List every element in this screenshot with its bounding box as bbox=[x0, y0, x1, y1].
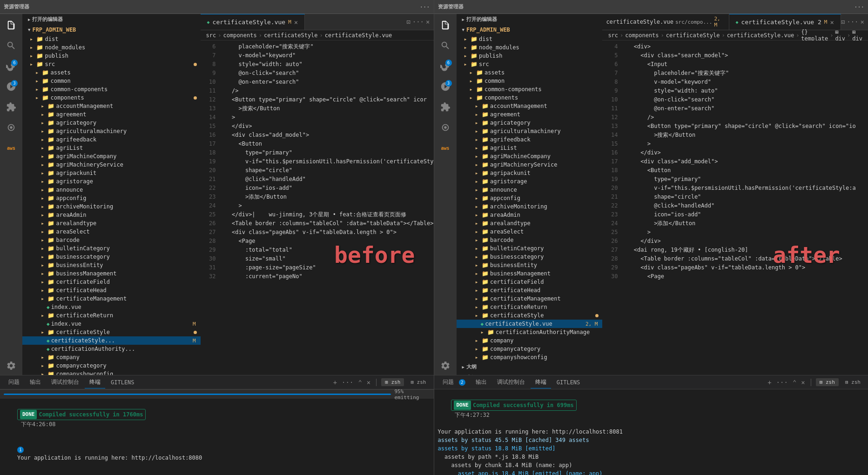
left-terminal-content[interactable]: DONE Compiled successfully in 1760ms 下午4… bbox=[0, 399, 434, 475]
tree-item[interactable]: ▸ 📁agriMachineCompany bbox=[22, 152, 201, 161]
left-tab-close[interactable]: × bbox=[294, 19, 298, 26]
tree-item[interactable]: ▸ 📁accountManagement bbox=[457, 102, 603, 110]
tree-item[interactable]: ▸ 📁publish bbox=[22, 52, 201, 60]
right-code-editor[interactable]: 4567891011121314151617181920212223242526… bbox=[602, 40, 868, 375]
tree-item[interactable]: ▸ 📁agriMachineCompany bbox=[457, 152, 603, 161]
extensions-icon[interactable] bbox=[2, 98, 20, 116]
right-tab-gitlens[interactable]: GITLENS bbox=[552, 377, 585, 388]
right-panel-add[interactable]: + bbox=[767, 378, 772, 387]
right-opened-editors[interactable]: ▶ 打开的编辑器 bbox=[457, 14, 603, 25]
files-icon[interactable] bbox=[2, 16, 20, 34]
left-tab-debug-console[interactable]: 调试控制台 bbox=[47, 376, 84, 388]
tree-item[interactable]: ▸ 📁certificateHead bbox=[457, 286, 603, 294]
tree-item[interactable]: ▸ 📁dist bbox=[22, 35, 201, 43]
right-tab-problems[interactable]: 问题 2 bbox=[438, 376, 470, 388]
right-search-icon[interactable] bbox=[436, 36, 455, 55]
tree-item[interactable]: ▸ 📁areaAdmin bbox=[22, 211, 201, 219]
tree-item[interactable]: ▸ 📁areaAdmin bbox=[457, 211, 603, 219]
right-tab-debug-console[interactable]: 调试控制台 bbox=[492, 376, 530, 388]
tree-item[interactable]: ▸ 📁arealandtype bbox=[22, 219, 201, 227]
tree-item[interactable]: ▸ 📁agriList bbox=[22, 144, 201, 152]
search-icon[interactable] bbox=[2, 36, 20, 55]
right-aws-icon[interactable]: aws bbox=[436, 139, 455, 157]
tree-item[interactable]: ▸ 📁agripackunit bbox=[457, 169, 603, 177]
settings-icon[interactable] bbox=[2, 356, 20, 375]
tree-item[interactable]: ▸ 📁company bbox=[22, 353, 201, 361]
tree-item[interactable]: ▸ 📁businessEntity bbox=[22, 261, 201, 269]
tree-item[interactable]: ▸ 📁common bbox=[22, 77, 201, 85]
tree-item[interactable]: ◆index.vueM bbox=[22, 320, 201, 328]
tree-item[interactable]: ▸ 📁agrifeedback bbox=[457, 135, 603, 144]
tree-item[interactable]: ▸ 📁accountManagement bbox=[22, 102, 201, 110]
tree-item[interactable]: ▸ 📁agreement bbox=[22, 110, 201, 119]
left-editor-toolbar-more[interactable]: ··· bbox=[412, 18, 424, 26]
right-debug-icon[interactable]: 3 bbox=[436, 77, 455, 96]
left-editor-toolbar-split[interactable]: ⊡ bbox=[406, 18, 410, 26]
left-tab-problems[interactable]: 问题 bbox=[4, 376, 24, 388]
tree-item[interactable]: ▸ 📁announce bbox=[22, 186, 201, 194]
tree-item[interactable]: ▸ 📁certificateField bbox=[457, 278, 603, 286]
tree-item[interactable]: ▸ 📁certificateReturn bbox=[457, 303, 603, 311]
tree-item[interactable]: ▸ 📁assets bbox=[457, 68, 603, 77]
right-panel-close[interactable]: × bbox=[800, 378, 806, 387]
tree-item[interactable]: ▸ 📁agristorage bbox=[22, 177, 201, 186]
tree-item[interactable]: ▸ 📁src bbox=[22, 60, 201, 68]
tree-item[interactable]: ▸ 📁barcode bbox=[22, 236, 201, 244]
tree-item[interactable]: ▸ 📁agriculturalmachinery bbox=[457, 127, 603, 135]
right-editor-more[interactable]: ··· bbox=[847, 18, 858, 26]
project-section[interactable]: ▼ FRP_ADMIN_WEB bbox=[22, 25, 201, 35]
left-panel-close[interactable]: × bbox=[366, 378, 371, 387]
left-toolbar-ellipsis[interactable]: ··· bbox=[420, 4, 430, 10]
tree-item[interactable]: ▸ 📁areaSelect bbox=[22, 227, 201, 236]
tree-item[interactable]: ▸ 📁agristorage bbox=[457, 177, 603, 186]
tree-item[interactable]: ▸ 📁agricategory bbox=[457, 119, 603, 127]
tree-item[interactable]: ▸ 📁areaSelect bbox=[457, 227, 603, 236]
tree-item[interactable]: ▸ 📁common-components bbox=[457, 85, 603, 94]
tree-item[interactable]: ▸ 📁businessManagement bbox=[457, 269, 603, 278]
tree-item[interactable]: ▸ 📁agriculturalmachinery bbox=[22, 127, 201, 135]
right-terminal-zsh2[interactable]: ⊞ zsh bbox=[841, 378, 864, 386]
left-code-editor[interactable]: 6789101112131415161718192021222324252627… bbox=[201, 40, 434, 375]
tree-item[interactable]: ▸ 📁certificateManagement bbox=[457, 294, 603, 303]
tree-item[interactable]: ▸ 📁appconfig bbox=[22, 194, 201, 202]
remote-icon[interactable] bbox=[2, 118, 20, 137]
right-project-section[interactable]: ▼ FRP_ADMIN_WEB bbox=[457, 25, 603, 35]
tree-item[interactable]: ▸ 📁certificationAuthorityManage bbox=[457, 328, 603, 336]
tree-item[interactable]: ▸ 📁certificateReturn bbox=[22, 311, 201, 320]
tree-item[interactable]: ▸ 📁agripackunit bbox=[22, 169, 201, 177]
tree-item[interactable]: ▸ 📁node_modules bbox=[22, 43, 201, 52]
left-tab-terminal[interactable]: 终端 bbox=[85, 376, 105, 388]
tree-item[interactable]: ▸ 📁bulletinCategory bbox=[22, 244, 201, 253]
right-tab-output[interactable]: 输出 bbox=[471, 376, 491, 388]
tree-item[interactable]: ◆certificationAuthority... bbox=[22, 345, 201, 353]
tree-item[interactable]: ▸ 📁components bbox=[22, 94, 201, 102]
tree-item[interactable]: ▸ 📁agricategory bbox=[22, 119, 201, 127]
tree-item[interactable]: ▸ 📁agrifeedback bbox=[22, 135, 201, 144]
tree-item[interactable]: ▸ 📁certificateField bbox=[22, 278, 201, 286]
tree-item[interactable]: ▸ 📁companycategory bbox=[22, 361, 201, 370]
tree-item[interactable]: ▸ 📁dist bbox=[457, 35, 603, 43]
left-tab-output[interactable]: 输出 bbox=[25, 376, 46, 388]
tree-item[interactable]: ▸ 📁barcode bbox=[457, 236, 603, 244]
tree-item[interactable]: ▸ 📁announce bbox=[457, 186, 603, 194]
right-panel-more[interactable]: ··· bbox=[775, 378, 789, 387]
tree-item[interactable]: ▸ 📁archiveMonitoring bbox=[457, 202, 603, 211]
tree-item[interactable]: ▸ 📁businessEntity bbox=[457, 261, 603, 269]
tree-item[interactable]: ▸ 📁certificateHead bbox=[22, 286, 201, 294]
tree-item[interactable]: ▸ 📁agriList bbox=[457, 144, 603, 152]
tree-item[interactable]: ▸ 📁arealandtype bbox=[457, 219, 603, 227]
tree-item[interactable]: ▸ 📁certificateStyle bbox=[457, 311, 603, 320]
tree-item[interactable]: ▸ 📁agriMachineryService bbox=[22, 161, 201, 169]
tree-item[interactable]: ▸ 📁businessManagement bbox=[22, 269, 201, 278]
tree-item[interactable]: ▸ 📁companycategory bbox=[457, 345, 603, 353]
right-files-icon[interactable] bbox=[436, 16, 455, 34]
tree-item[interactable]: ◆index.vue bbox=[22, 303, 201, 311]
tree-item[interactable]: ▸ 📁certificateStyle bbox=[22, 328, 201, 336]
right-tab-terminal[interactable]: 终端 bbox=[531, 376, 551, 388]
tree-item[interactable]: ◆certificateStyle...M bbox=[22, 336, 201, 345]
left-terminal-zsh1[interactable]: ⊞ zsh bbox=[381, 378, 404, 386]
tree-item[interactable]: ▸ 📁common-components bbox=[22, 85, 201, 94]
left-tab-gitlens[interactable]: GITLENS bbox=[106, 377, 139, 388]
tree-item[interactable]: ▸ 📁common bbox=[457, 77, 603, 85]
outline-section[interactable]: ▶大纲 bbox=[457, 361, 603, 372]
